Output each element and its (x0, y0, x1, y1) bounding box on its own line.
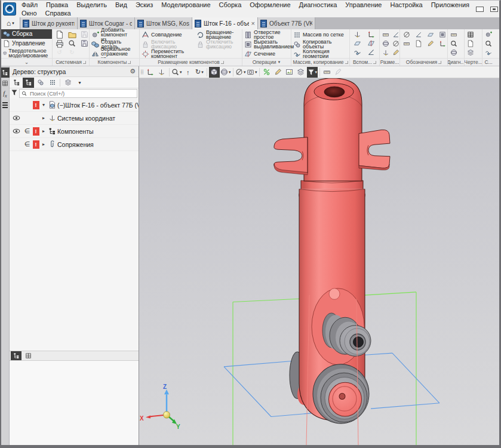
orientation-button[interactable]: ▾ (220, 67, 231, 78)
section-button[interactable]: Сечение (244, 49, 290, 59)
bottom-tab-tree[interactable] (11, 351, 21, 360)
dim-linear-button[interactable] (380, 30, 391, 39)
draw-spec-button[interactable] (465, 39, 475, 48)
tree-array-button[interactable] (47, 78, 58, 88)
aux-point-button[interactable] (352, 30, 362, 39)
local-cs-button[interactable] (145, 67, 156, 78)
menu-modeling[interactable]: Моделирование (157, 1, 214, 8)
expand-arrow-icon[interactable]: ▾ (40, 102, 47, 108)
draw-report-button[interactable] (465, 48, 475, 57)
menu-layout[interactable]: Оформление (245, 1, 294, 8)
notation-2-button[interactable] (414, 30, 424, 39)
menu-view[interactable]: Вид (111, 1, 131, 8)
screen-mode-button[interactable] (488, 4, 500, 14)
dialog-launcher-icon[interactable] (373, 61, 376, 64)
expand-arrow-icon[interactable]: ▸ (40, 142, 47, 147)
tree-search-input[interactable] (29, 90, 135, 97)
notation-5-button[interactable] (402, 39, 412, 48)
aux-spiral-button[interactable] (352, 48, 362, 57)
notation-8-button[interactable] (438, 39, 448, 48)
move-component-button[interactable]: Переместить компонент (141, 49, 196, 59)
categories-chevron[interactable]: ⌄ (1, 59, 53, 66)
hide-objects-button[interactable]: ▾ (235, 67, 246, 78)
aux-line-button[interactable] (366, 48, 376, 57)
layers-button[interactable] (296, 67, 306, 78)
tab-document-4-active[interactable]: Шток F-16 - объект...× (192, 17, 258, 29)
menu-applications[interactable]: Приложения (427, 1, 474, 8)
dialog-launcher-icon[interactable] (83, 61, 86, 64)
menu-file[interactable]: Файл (17, 1, 42, 8)
gear-icon[interactable]: ⚙ (130, 67, 136, 75)
tree-row-components[interactable]: ∈ ! ▸ Компоненты (10, 125, 139, 138)
pan-button[interactable]: ↑ (183, 67, 193, 78)
aux-plane-button[interactable] (352, 39, 362, 48)
tree-view-order-button[interactable] (23, 78, 34, 88)
tab-document-3[interactable]: Шток MSG, Kosmosi... (135, 17, 192, 29)
home-button[interactable]: ⌂▾ (1, 17, 20, 29)
dim-radial-button[interactable] (380, 39, 391, 48)
section-split-button[interactable] (262, 67, 272, 78)
lower-pulley[interactable] (313, 364, 369, 424)
dim-note-button[interactable] (391, 48, 401, 57)
tree-filter-list-button[interactable] (62, 78, 73, 88)
aux-plane2-button[interactable] (366, 39, 376, 48)
parameters-panel-tab[interactable] (1, 78, 10, 88)
category-assembly[interactable]: Сборка (1, 29, 52, 39)
notation-3-button[interactable] (426, 30, 436, 39)
collapse-ribbon-button[interactable] (474, 4, 485, 14)
notation-7-button[interactable] (426, 39, 436, 48)
category-management[interactable]: Управление (1, 39, 52, 48)
draw-views-button[interactable] (465, 30, 475, 39)
filter-funnel-icon[interactable] (11, 88, 18, 99)
tree-row-root[interactable]: ! ▾ (−)Шток F-16 - объект 77Б (VKB Gladi… (10, 99, 139, 112)
notation-4-button[interactable] (438, 30, 448, 39)
menu-diagnostics[interactable]: Диагностика (295, 1, 342, 8)
new-document-button[interactable] (54, 30, 64, 39)
cs-settings-button[interactable] (156, 67, 167, 78)
coincidence-button[interactable]: Совпадение (141, 30, 196, 39)
clip-view-button[interactable]: ▾ (247, 67, 257, 78)
tree-row-coordinate-systems[interactable]: ▸ Системы координат (10, 112, 139, 125)
diag-check-button[interactable] (448, 39, 459, 48)
sketch-mode-button[interactable] (273, 67, 284, 78)
clevis-left[interactable] (274, 137, 308, 173)
menu-edit[interactable]: Правка (42, 1, 72, 8)
rotation-rotation-button[interactable]: Вращение-вращение (196, 30, 246, 39)
dim-angle-button[interactable] (391, 30, 401, 39)
copy-objects-button[interactable]: Копировать объекты (293, 39, 348, 49)
measure-button[interactable] (322, 67, 333, 78)
add-component-button[interactable]: Добавить компонент из... (91, 30, 138, 39)
dialog-launcher-icon[interactable] (345, 61, 348, 64)
category-solid-modeling[interactable]: Твердотельное моделирование (1, 48, 52, 58)
diag-measure-button[interactable] (448, 30, 459, 39)
display-mode-button[interactable] (209, 67, 220, 78)
group-label-operations[interactable]: Операции▼ (242, 59, 291, 66)
variables-panel-tab[interactable]: fx (1, 89, 10, 99)
misc-1-button[interactable] (483, 30, 493, 39)
menu-assembly[interactable]: Сборка (215, 1, 246, 8)
tree-filter-caret[interactable]: ▾ (74, 78, 85, 88)
grid-array-button[interactable]: Массив по сетке (293, 30, 348, 39)
expand-arrow-icon[interactable]: ▸ (40, 128, 47, 134)
expand-arrow-icon[interactable]: ▸ (40, 115, 47, 121)
aux-axes-button[interactable] (366, 30, 376, 39)
clevis-right[interactable] (359, 130, 390, 168)
notation-1-button[interactable] (402, 30, 412, 39)
dialog-launcher-icon[interactable] (221, 61, 224, 64)
rotate-button[interactable]: ↻▾ (194, 67, 205, 78)
filter-objects-button[interactable]: ▾ (307, 67, 318, 78)
tab-document-1[interactable]: Шток до рукоятки -... (20, 17, 78, 29)
eye-icon[interactable] (13, 127, 20, 135)
menu-select[interactable]: Выделить (72, 1, 111, 8)
menu-management[interactable]: Управление (341, 1, 386, 8)
insert-image-button[interactable] (284, 67, 295, 78)
print-button[interactable] (54, 39, 64, 48)
mirror-component-button[interactable]: Зеркальное отражение ко... (91, 49, 138, 59)
geometry-collection-button[interactable]: Коллекция геометрии (293, 49, 348, 59)
dim-diameter-button[interactable] (391, 39, 401, 48)
dialog-launcher-icon[interactable] (438, 61, 441, 64)
menu-help[interactable]: Справка (41, 10, 75, 17)
tree-row-mates[interactable]: ∈ ! ▸ Сопряжения (10, 138, 139, 151)
notation-6-button[interactable] (414, 39, 424, 48)
scene-3d[interactable]: Z X Y (139, 66, 499, 445)
